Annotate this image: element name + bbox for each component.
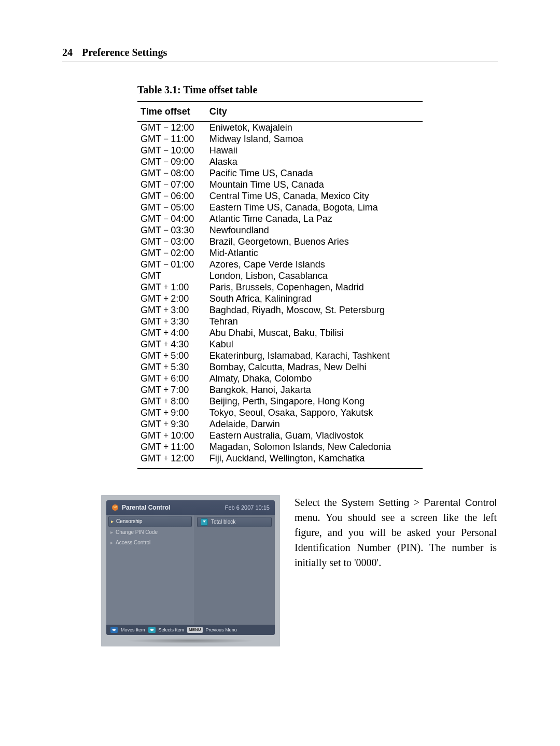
- city-cell: South Africa, Kaliningrad: [206, 293, 423, 304]
- city-cell: Tehran: [206, 316, 423, 327]
- city-cell: Mountain Time US, Canada: [206, 179, 423, 190]
- offset-cell: GMT−12:00: [137, 122, 206, 134]
- offset-cell: GMT−01:00: [137, 259, 206, 270]
- offset-cell: GMT−03:00: [137, 236, 206, 247]
- table-row: GMT−11:00Midway Island, Samoa: [137, 133, 423, 145]
- offset-cell: GMT+11:00: [137, 441, 206, 453]
- offset-cell: GMT+4:30: [137, 339, 206, 350]
- page-header: 24 Preference Settings: [62, 47, 498, 62]
- footer-prev: Previous Menu: [206, 627, 237, 632]
- stb-menu-item-label: Access Control: [116, 540, 150, 545]
- footer-moves: Moves Item: [121, 627, 145, 632]
- chevron-right-icon: ▸: [111, 518, 116, 524]
- time-offset-table: Time offset City GMT−12:00Eniwetok, Kwaj…: [137, 101, 423, 469]
- parental-control-screenshot: Parental Control Feb 6 2007 10:15 ▸Censo…: [101, 495, 280, 646]
- chapter-title: Preference Settings: [82, 47, 167, 59]
- table-row: GMT−07:00Mountain Time US, Canada: [137, 179, 423, 190]
- city-cell: Kabul: [206, 339, 423, 350]
- offset-cell: GMT: [137, 270, 206, 281]
- city-cell: Bombay, Calcutta, Madras, New Delhi: [206, 361, 423, 373]
- stb-menu-item[interactable]: ▸Change PIN Code: [106, 527, 194, 538]
- city-cell: Brazil, Georgetown, Buenos Aries: [206, 236, 423, 247]
- prose-text: >: [409, 497, 424, 508]
- city-cell: Adelaide, Darwin: [206, 418, 423, 430]
- table-row: GMT−08:00Pacific Time US, Canada: [137, 167, 423, 179]
- offset-cell: GMT+12:00: [137, 453, 206, 469]
- table-caption: Table 3.1: Time offset table: [137, 84, 423, 96]
- chevron-right-icon: ▸: [110, 529, 116, 535]
- table-row: GMT+4:30Kabul: [137, 339, 423, 350]
- stb-value-label: Total block: [211, 519, 235, 525]
- offset-cell: GMT−03:30: [137, 224, 206, 236]
- stb-menu-item[interactable]: ▸Access Control: [106, 538, 194, 548]
- instruction-paragraph: Select the System Setting > Parental Con…: [295, 495, 498, 570]
- offset-cell: GMT+8:00: [137, 396, 206, 407]
- table-row: GMT−03:00Brazil, Georgetown, Buenos Arie…: [137, 236, 423, 247]
- city-cell: Pacific Time US, Canada: [206, 167, 423, 179]
- city-cell: Azores, Cape Verde Islands: [206, 259, 423, 270]
- table-row: GMT+3:00Baghdad, Riyadh, Moscow, St. Pet…: [137, 304, 423, 316]
- table-row: GMT−12:00Eniwetok, Kwajalein: [137, 122, 423, 134]
- city-cell: Eastern Australia, Guam, Vladivostok: [206, 430, 423, 441]
- footer-selects: Selects Item: [159, 627, 185, 632]
- offset-cell: GMT+9:00: [137, 407, 206, 418]
- city-cell: Hawaii: [206, 145, 423, 156]
- table-row: GMT+3:30Tehran: [137, 316, 423, 327]
- stb-value-row[interactable]: Total block: [197, 517, 272, 527]
- table-row: GMT+5:00Ekaterinburg, Islamabad, Karachi…: [137, 350, 423, 361]
- offset-cell: GMT+3:00: [137, 304, 206, 316]
- menu-button-icon: MENU: [187, 627, 203, 633]
- city-cell: Beijing, Perth, Singapore, Hong Kong: [206, 396, 423, 407]
- table-row: GMT−09:00Alaska: [137, 156, 423, 167]
- offset-cell: GMT+5:00: [137, 350, 206, 361]
- stb-menu-item[interactable]: ▸Censorship: [108, 516, 192, 527]
- city-cell: Alaska: [206, 156, 423, 167]
- prose-text: menu. You should see a screen like the l…: [295, 512, 497, 568]
- table-row: GMT+2:00South Africa, Kaliningrad: [137, 293, 423, 304]
- prose-text: Select the: [295, 497, 341, 508]
- city-cell: Magadan, Solomon Islands, New Caledonia: [206, 441, 423, 453]
- offset-cell: GMT−10:00: [137, 145, 206, 156]
- city-cell: Tokyo, Seoul, Osaka, Sapporo, Yakutsk: [206, 407, 423, 418]
- city-cell: Central Time US, Canada, Mexico City: [206, 190, 423, 202]
- table-row: GMT−10:00Hawaii: [137, 145, 423, 156]
- table-row: GMT+12:00Fiji, Auckland, Wellington, Kam…: [137, 453, 423, 469]
- table-row: GMT+5:30Bombay, Calcutta, Madras, New De…: [137, 361, 423, 373]
- table-row: GMT+9:00Tokyo, Seoul, Osaka, Sapporo, Ya…: [137, 407, 423, 418]
- offset-cell: GMT−09:00: [137, 156, 206, 167]
- table-row: GMT−05:00Eastern Time US, Canada, Bogota…: [137, 202, 423, 213]
- offset-cell: GMT+1:00: [137, 281, 206, 293]
- offset-cell: GMT+9:30: [137, 418, 206, 430]
- table-row: GMT−02:00Mid-Atlantic: [137, 247, 423, 259]
- city-cell: Newfoundland: [206, 224, 423, 236]
- stb-footer: ◂▸ Moves Item ◂▸ Selects Item MENU Previ…: [106, 625, 275, 635]
- table-row: GMTLondon, Lisbon, Casablanca: [137, 270, 423, 281]
- table-row: GMT+9:30Adelaide, Darwin: [137, 418, 423, 430]
- time-offset-table-block: Table 3.1: Time offset table Time offset…: [137, 84, 423, 469]
- city-cell: Abu Dhabi, Muscat, Baku, Tbilisi: [206, 327, 423, 339]
- leftright-icon: ◂▸: [148, 627, 156, 633]
- stb-value-panel: Total block: [194, 515, 275, 625]
- table-row: GMT−04:00Atlantic Time Canada, La Paz: [137, 213, 423, 224]
- city-cell: Fiji, Auckland, Wellington, Kamchatka: [206, 453, 423, 469]
- parental-control-icon: [111, 504, 119, 511]
- city-cell: London, Lisbon, Casablanca: [206, 270, 423, 281]
- stb-menu-item-label: Change PIN Code: [116, 529, 158, 535]
- offset-cell: GMT+2:00: [137, 293, 206, 304]
- cycle-icon: [201, 518, 208, 526]
- table-row: GMT−03:30Newfoundland: [137, 224, 423, 236]
- table-row: GMT+10:00Eastern Australia, Guam, Vladiv…: [137, 430, 423, 441]
- city-cell: Mid-Atlantic: [206, 247, 423, 259]
- offset-cell: GMT+5:30: [137, 361, 206, 373]
- offset-cell: GMT−11:00: [137, 133, 206, 145]
- table-row: GMT+7:00Bangkok, Hanoi, Jakarta: [137, 384, 423, 396]
- stb-titlebar: Parental Control Feb 6 2007 10:15: [106, 500, 275, 515]
- table-row: GMT+11:00Magadan, Solomon Islands, New C…: [137, 441, 423, 453]
- ui-term-system-setting: System Setting: [341, 497, 409, 508]
- table-row: GMT+1:00Paris, Brussels, Copenhagen, Mad…: [137, 281, 423, 293]
- chevron-right-icon: ▸: [110, 540, 116, 545]
- city-cell: Paris, Brussels, Copenhagen, Madrid: [206, 281, 423, 293]
- city-cell: Bangkok, Hanoi, Jakarta: [206, 384, 423, 396]
- city-cell: Eniwetok, Kwajalein: [206, 122, 423, 134]
- table-row: GMT+4:00Abu Dhabi, Muscat, Baku, Tbilisi: [137, 327, 423, 339]
